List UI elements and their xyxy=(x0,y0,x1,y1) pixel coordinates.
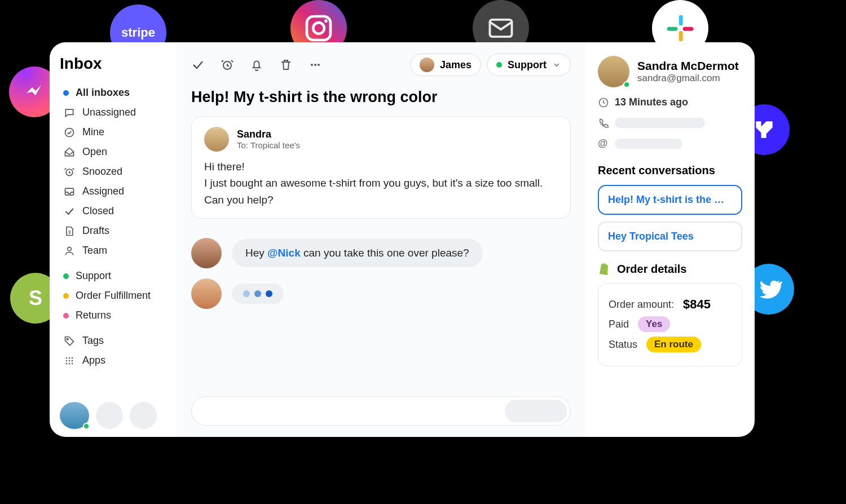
svg-point-23 xyxy=(311,64,313,66)
recipient-line: To: Tropical tee's xyxy=(237,140,300,150)
sidebar-title: Inbox xyxy=(60,55,170,73)
customer-avatar xyxy=(598,56,629,87)
avatar-placeholder[interactable] xyxy=(96,402,123,429)
team-label: Support xyxy=(508,59,547,71)
order-amount-label: Order amount: xyxy=(609,299,674,311)
sidebar-item-open[interactable]: Open xyxy=(60,142,170,162)
svg-point-21 xyxy=(72,362,73,364)
sidebar-tags[interactable]: Tags xyxy=(60,331,170,351)
presence-avatars xyxy=(60,402,157,429)
sidebar-item-team[interactable]: Team xyxy=(60,241,170,260)
svg-point-20 xyxy=(69,362,70,364)
alarm-icon xyxy=(63,166,76,178)
app-window: Inbox All inboxes Unassigned Mine Open S… xyxy=(50,42,755,437)
sidebar-item-label: Snoozed xyxy=(82,166,122,178)
sidebar-item-label: Assigned xyxy=(82,185,124,197)
sidebar-item-unassigned[interactable]: Unassigned xyxy=(60,103,170,122)
svg-rect-6 xyxy=(679,31,683,42)
sidebar-item-label: Unassigned xyxy=(82,107,136,118)
sidebar-item-label: Tags xyxy=(82,335,104,347)
check-icon xyxy=(63,206,76,217)
sidebar-item-all-inboxes[interactable]: All inboxes xyxy=(60,83,170,103)
tray-icon xyxy=(63,186,76,197)
person-icon xyxy=(63,245,76,257)
notifications-button[interactable] xyxy=(250,58,263,72)
mention[interactable]: @Nick xyxy=(267,247,301,259)
sidebar-item-label: All inboxes xyxy=(76,87,130,99)
placeholder-line xyxy=(615,118,705,128)
shopify-icon xyxy=(598,262,611,276)
recent-conversation-item[interactable]: Help! My t-shirt is the wr… xyxy=(598,185,742,215)
presence-dot-icon xyxy=(623,81,630,88)
sidebar-item-label: Team xyxy=(82,245,107,257)
svg-point-16 xyxy=(66,360,68,361)
sidebar-item-label: Drafts xyxy=(82,225,109,237)
assignee-picker[interactable]: James xyxy=(410,54,481,76)
snooze-button[interactable] xyxy=(221,58,234,72)
svg-point-17 xyxy=(69,360,70,361)
sidebar-item-drafts[interactable]: Drafts xyxy=(60,221,170,241)
avatar-self[interactable] xyxy=(60,402,89,429)
chevron-down-icon xyxy=(552,60,561,69)
svg-rect-5 xyxy=(667,27,678,31)
sidebar-item-label: Mine xyxy=(82,126,104,138)
dot-icon xyxy=(63,90,69,96)
customer-phone xyxy=(598,117,742,129)
sender-avatar xyxy=(204,127,229,152)
sidebar-group-order-fulfillment[interactable]: Order Fulfillment xyxy=(60,286,170,306)
sidebar: Inbox All inboxes Unassigned Mine Open S… xyxy=(50,42,177,437)
svg-point-25 xyxy=(318,64,320,66)
sidebar-group-support[interactable]: Support xyxy=(60,266,170,286)
svg-point-12 xyxy=(67,338,68,340)
more-button[interactable] xyxy=(309,58,322,72)
sidebar-item-label: Returns xyxy=(76,310,111,321)
sidebar-item-label: Support xyxy=(76,270,111,282)
reply-composer[interactable] xyxy=(191,396,571,426)
typing-avatar xyxy=(191,278,222,309)
conversation-pane: James Support Help! My t-shirt is the wr… xyxy=(177,42,585,437)
grid-icon xyxy=(63,355,76,366)
dot-icon xyxy=(496,62,502,68)
sidebar-item-closed[interactable]: Closed xyxy=(60,201,170,221)
svg-point-18 xyxy=(72,360,73,361)
resolve-button[interactable] xyxy=(191,58,205,72)
phone-icon xyxy=(598,117,609,129)
typing-indicator xyxy=(191,278,571,309)
svg-point-1 xyxy=(313,23,324,34)
note-bubble: Hey @Nick can you take this one over ple… xyxy=(232,239,483,267)
avatar-icon xyxy=(420,58,434,72)
sidebar-apps[interactable]: Apps xyxy=(60,351,170,370)
assignee-name: James xyxy=(440,59,472,71)
svg-point-24 xyxy=(314,64,316,66)
svg-rect-4 xyxy=(679,15,683,26)
svg-point-2 xyxy=(324,19,328,23)
sidebar-group-returns[interactable]: Returns xyxy=(60,306,170,325)
note-author-avatar xyxy=(191,238,222,268)
message-body: Hi there! I just bought an awesome t-shi… xyxy=(204,158,558,208)
avatar-placeholder[interactable] xyxy=(130,402,157,429)
at-icon: @ xyxy=(598,138,609,149)
svg-rect-7 xyxy=(683,27,694,31)
dot-icon xyxy=(243,290,250,297)
customer-at: @ xyxy=(598,138,742,149)
sender-name: Sandra xyxy=(237,129,300,140)
delete-button[interactable] xyxy=(279,58,293,72)
svg-point-8 xyxy=(65,128,74,136)
order-details-heading: Order details xyxy=(598,262,742,276)
svg-point-11 xyxy=(68,247,72,251)
tag-icon xyxy=(63,335,76,347)
send-button[interactable] xyxy=(505,400,567,422)
sidebar-item-mine[interactable]: Mine xyxy=(60,122,170,142)
sidebar-item-snoozed[interactable]: Snoozed xyxy=(60,162,170,182)
order-card: Order amount: $845 Paid Yes Status En ro… xyxy=(598,283,742,366)
dot-icon xyxy=(266,290,272,297)
recent-conversation-item[interactable]: Hey Tropical Tees xyxy=(598,222,742,251)
paid-badge: Yes xyxy=(638,316,670,332)
status-badge: En route xyxy=(646,337,701,352)
internal-note: Hey @Nick can you take this one over ple… xyxy=(191,238,571,268)
team-picker[interactable]: Support xyxy=(487,54,571,76)
sidebar-item-assigned[interactable]: Assigned xyxy=(60,182,170,201)
presence-dot-icon xyxy=(83,423,90,430)
sidebar-item-label: Closed xyxy=(82,205,114,217)
placeholder-line xyxy=(615,139,682,149)
